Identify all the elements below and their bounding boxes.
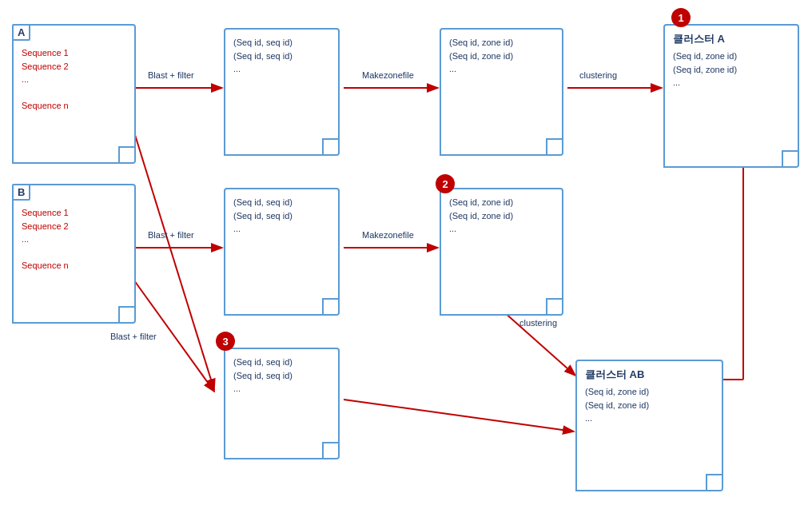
card-zone-b: (Seq id, zone id)(Seq id, zone id)... [440, 188, 563, 316]
card-cluster-a-title: 클러스터 A [673, 32, 790, 46]
badge-1: 1 [671, 8, 691, 27]
card-blast-ab-content: (Seq id, seq id)(Seq id, seq id)... [233, 356, 330, 396]
card-zone-a-content: (Seq id, zone id)(Seq id, zone id)... [449, 36, 554, 76]
blast-filter-b-label: Blast + filter [148, 230, 194, 240]
clustering-1-label: clustering [579, 70, 617, 80]
card-cluster-ab-content: (Seq id, zone id)(Seq id, zone id)... [585, 385, 714, 425]
makezonefile-2-label: Makezonefile [362, 230, 414, 240]
badge-3: 3 [216, 332, 235, 351]
clustering-2-label: clustering [519, 318, 557, 328]
blast-filter-ab-label: Blast + filter [110, 332, 157, 341]
card-b-content: Sequence 1Sequence 2...Sequence n [22, 206, 126, 272]
badge-2: 2 [436, 174, 455, 193]
card-blast-b-content: (Seq id, seq id)(Seq id, seq id)... [233, 196, 330, 236]
card-cluster-ab-title: 클러스터 AB [585, 368, 714, 382]
card-a-content: Sequence 1Sequence 2...Sequence n [22, 46, 126, 113]
card-b: B Sequence 1Sequence 2...Sequence n [12, 184, 136, 324]
card-b-label: B [12, 184, 30, 201]
blast-filter-a-label: Blast + filter [148, 70, 194, 80]
card-cluster-a: 클러스터 A (Seq id, zone id)(Seq id, zone id… [663, 24, 799, 168]
svg-line-9 [128, 112, 214, 390]
card-blast-b: (Seq id, seq id)(Seq id, seq id)... [224, 188, 340, 316]
card-cluster-a-content: (Seq id, zone id)(Seq id, zone id)... [673, 50, 790, 89]
card-blast-a: (Seq id, seq id)(Seq id, seq id)... [224, 28, 340, 156]
makezonefile-1-label: Makezonefile [362, 70, 414, 80]
svg-line-7 [344, 400, 574, 431]
card-zone-b-content: (Seq id, zone id)(Seq id, zone id)... [449, 196, 554, 236]
card-a-label: A [12, 24, 30, 41]
card-cluster-ab: 클러스터 AB (Seq id, zone id)(Seq id, zone i… [575, 360, 723, 491]
card-a: A Sequence 1Sequence 2...Sequence n [12, 24, 136, 164]
card-blast-a-content: (Seq id, seq id)(Seq id, seq id)... [233, 36, 330, 76]
card-blast-ab: (Seq id, seq id)(Seq id, seq id)... [224, 348, 340, 459]
card-zone-a: (Seq id, zone id)(Seq id, zone id)... [440, 28, 563, 156]
